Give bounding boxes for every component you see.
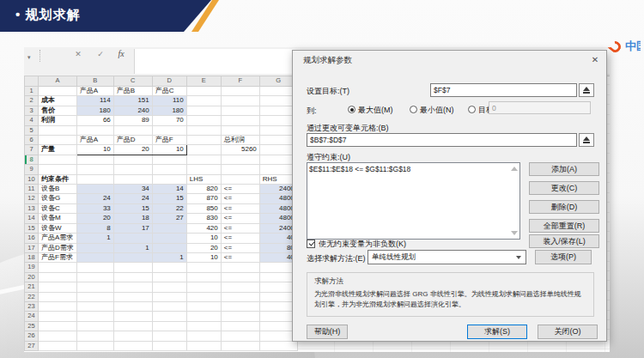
insert-function-icon[interactable]: fx: [115, 49, 127, 58]
radio-max-icon[interactable]: [348, 106, 355, 113]
cell-E1[interactable]: [186, 87, 221, 96]
col-header-D[interactable]: D: [152, 76, 186, 87]
help-button[interactable]: 帮助(H): [307, 325, 348, 339]
cell-D9[interactable]: [152, 165, 186, 174]
cell-D11[interactable]: 14: [152, 185, 186, 194]
scroll-up-icon[interactable]: [511, 167, 518, 171]
cell-E3[interactable]: [186, 106, 221, 115]
options-button[interactable]: 选项(P): [535, 250, 592, 264]
cell-G27[interactable]: [259, 341, 297, 350]
cell-A26[interactable]: [39, 331, 77, 341]
cell-B22[interactable]: [76, 292, 113, 301]
cell-D6[interactable]: 产品F: [152, 136, 186, 145]
cell-D25[interactable]: [152, 321, 186, 331]
cell-A12[interactable]: 设备G: [39, 194, 77, 203]
cell-F11[interactable]: <=: [221, 185, 259, 194]
cell-E4[interactable]: [186, 116, 221, 125]
cell-B7[interactable]: 10: [76, 145, 113, 155]
cell-A21[interactable]: [39, 282, 77, 292]
cell-E14[interactable]: 830: [186, 214, 221, 223]
cell-E7[interactable]: [186, 145, 221, 155]
solve-button[interactable]: 求解(S): [467, 325, 527, 339]
cell-D17[interactable]: [152, 243, 186, 252]
cell-B27[interactable]: [76, 341, 113, 350]
cell-C2[interactable]: 151: [113, 96, 152, 106]
cell-F27[interactable]: [221, 341, 259, 350]
cell-B8[interactable]: [76, 155, 113, 164]
cell-A18[interactable]: 产品F需求: [39, 252, 77, 262]
cell-D5[interactable]: [152, 125, 186, 135]
row-header-20[interactable]: 20: [25, 272, 39, 282]
cell-B12[interactable]: 24: [76, 194, 113, 203]
cell-B4[interactable]: 66: [76, 116, 113, 125]
cell-D18[interactable]: 1: [152, 252, 186, 262]
row-header-9[interactable]: 9: [25, 165, 39, 174]
row-header-18[interactable]: 18: [25, 252, 39, 262]
cell-D21[interactable]: [152, 282, 186, 292]
cell-E21[interactable]: [186, 282, 221, 292]
cell-D7[interactable]: 10: [152, 145, 186, 155]
cell-C16[interactable]: [113, 234, 152, 243]
cell-F4[interactable]: [221, 116, 259, 125]
cell-D24[interactable]: [152, 312, 186, 321]
cell-C21[interactable]: [113, 282, 152, 292]
nonneg-checkbox[interactable]: 使无约束变量为非负数(K): [307, 239, 406, 250]
cell-B21[interactable]: [76, 282, 113, 292]
row-header-27[interactable]: 27: [25, 341, 39, 350]
cell-F7[interactable]: 5260: [221, 145, 259, 155]
cell-E11[interactable]: 820: [186, 185, 221, 194]
row-header-6[interactable]: 6: [25, 136, 39, 145]
cell-C6[interactable]: 产品D: [113, 136, 152, 145]
cell-A13[interactable]: 设备C: [39, 203, 77, 213]
cell-A5[interactable]: [39, 125, 77, 135]
cell-A24[interactable]: [39, 312, 77, 321]
row-header-1[interactable]: 1: [25, 87, 39, 96]
cell-E17[interactable]: 20: [186, 243, 221, 252]
cell-D1[interactable]: 产品C: [152, 87, 186, 96]
cell-D19[interactable]: [152, 263, 186, 272]
cell-D14[interactable]: 27: [152, 214, 186, 223]
cell-B13[interactable]: 33: [76, 203, 113, 213]
cell-B19[interactable]: [76, 263, 113, 272]
cell-A9[interactable]: [39, 165, 77, 174]
cell-C22[interactable]: [113, 292, 152, 301]
cell-E9[interactable]: [186, 165, 221, 174]
enter-icon[interactable]: ✓: [94, 50, 106, 58]
cell-F16[interactable]: <=: [221, 234, 259, 243]
row-header-24[interactable]: 24: [25, 312, 39, 321]
cell-E19[interactable]: [186, 263, 221, 272]
cell-E8[interactable]: [186, 155, 221, 164]
cell-D13[interactable]: 22: [152, 203, 186, 213]
cell-B24[interactable]: [76, 312, 113, 321]
cell-D26[interactable]: [152, 331, 186, 341]
cell-E26[interactable]: [186, 331, 221, 341]
cell-B18[interactable]: [76, 252, 113, 262]
cell-A10[interactable]: 约束条件: [39, 174, 77, 184]
cell-A16[interactable]: 产品A需求: [39, 234, 77, 243]
cell-F15[interactable]: <=: [221, 223, 259, 233]
cell-A27[interactable]: [39, 341, 77, 350]
cell-A25[interactable]: [39, 321, 77, 331]
scroll-down-icon[interactable]: [511, 231, 518, 235]
cell-E13[interactable]: 850: [186, 203, 221, 213]
cell-E6[interactable]: [186, 136, 221, 145]
cell-A19[interactable]: [39, 263, 77, 272]
cell-F24[interactable]: [221, 312, 259, 321]
delete-button[interactable]: 删除(D): [529, 200, 599, 214]
cell-E12[interactable]: 870: [186, 194, 221, 203]
cell-B1[interactable]: 产品A: [76, 87, 113, 96]
row-header-10[interactable]: 10: [25, 174, 39, 184]
cell-A23[interactable]: [39, 301, 77, 311]
cell-F6[interactable]: 总利润: [221, 136, 259, 145]
range-picker-icon-2[interactable]: [579, 133, 594, 147]
cell-C4[interactable]: 89: [113, 116, 152, 125]
cell-C17[interactable]: 1: [113, 243, 152, 252]
cell-C26[interactable]: [113, 331, 152, 341]
col-header-F[interactable]: F: [221, 76, 259, 87]
cell-B20[interactable]: [76, 272, 113, 282]
cell-C8[interactable]: [113, 155, 152, 164]
cell-F10[interactable]: [221, 174, 259, 184]
cell-D8[interactable]: [152, 155, 186, 164]
cell-B10[interactable]: [76, 174, 113, 184]
cell-A3[interactable]: 售价: [39, 106, 77, 115]
